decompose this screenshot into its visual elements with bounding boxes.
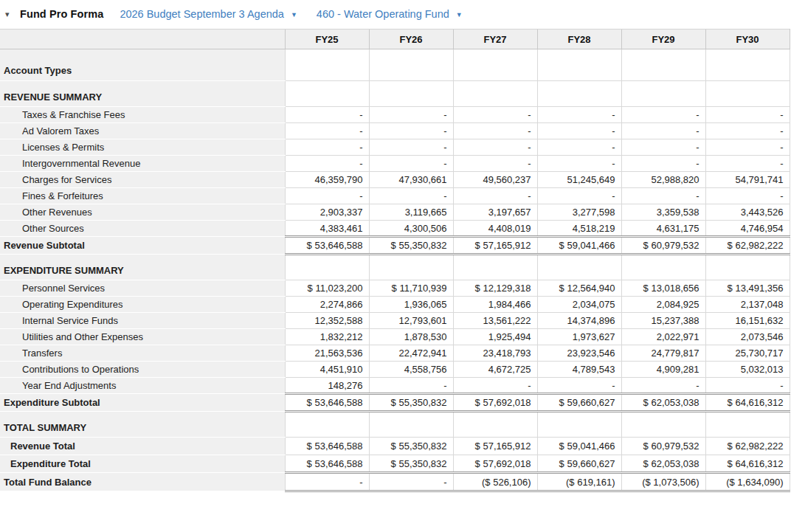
cell-fy30 <box>705 81 790 107</box>
fund-dropdown[interactable]: 460 - Water Operating Fund ▼ <box>317 8 463 20</box>
table-row: TOTAL SUMMARY <box>0 412 790 438</box>
chevron-down-icon: ▼ <box>291 10 297 18</box>
cell-fy25 <box>285 412 369 438</box>
cell-fy27: 23,418,793 <box>453 345 537 362</box>
cell-fy26: - <box>369 473 453 491</box>
cell-fy30: 2,137,048 <box>705 297 790 313</box>
row-label: Taxes & Franchise Fees <box>0 107 285 123</box>
cell-fy29: 4,909,281 <box>621 362 705 378</box>
cell-fy27: 13,561,222 <box>453 313 537 329</box>
cell-fy27 <box>453 255 537 280</box>
column-header-fy26: FY26 <box>369 30 453 49</box>
cell-fy30: $ 13,491,356 <box>705 280 790 297</box>
cell-fy26: $ 55,350,832 <box>369 455 453 473</box>
cell-fy26 <box>369 81 453 107</box>
cell-fy26: - <box>369 107 453 123</box>
pro-forma-table: FY25FY26FY27FY28FY29FY30 Account TypesRE… <box>0 29 790 492</box>
cell-fy29: 52,988,820 <box>621 172 705 188</box>
cell-fy30: 16,151,632 <box>705 313 790 329</box>
cell-fy29 <box>621 81 705 107</box>
row-label: Ad Valorem Taxes <box>0 123 285 139</box>
cell-fy30 <box>705 412 790 438</box>
cell-fy25: $ 53,646,588 <box>285 237 369 255</box>
cell-fy30: - <box>705 378 790 394</box>
cell-fy25: 1,832,212 <box>285 329 369 345</box>
cell-fy29: - <box>621 139 705 156</box>
row-label: Other Revenues <box>0 204 285 221</box>
cell-fy27: $ 57,692,018 <box>453 394 537 412</box>
cell-fy27: 1,984,466 <box>453 297 537 313</box>
cell-fy30: - <box>705 188 790 204</box>
cell-fy28 <box>537 255 621 280</box>
cell-fy25: - <box>285 107 369 123</box>
cell-fy25: - <box>285 156 369 172</box>
cell-fy28: - <box>537 156 621 172</box>
cell-fy26: 3,119,665 <box>369 204 453 221</box>
cell-fy25: 21,563,536 <box>285 345 369 362</box>
column-header-fy27: FY27 <box>453 30 537 49</box>
cell-fy26: - <box>369 188 453 204</box>
table-row: Utilities and Other Expenses1,832,2121,8… <box>0 329 790 345</box>
table-row: Account Types <box>0 49 790 81</box>
cell-fy28: - <box>537 188 621 204</box>
row-label: Licenses & Permits <box>0 139 285 156</box>
cell-fy29: $ 60,979,532 <box>621 237 705 255</box>
cell-fy27 <box>453 81 537 107</box>
cell-fy26: 1,878,530 <box>369 329 453 345</box>
table-row: EXPENDITURE SUMMARY <box>0 255 790 280</box>
cell-fy25: 2,274,866 <box>285 297 369 313</box>
row-label: Operating Expenditures <box>0 297 285 313</box>
table-row: Transfers21,563,53622,472,94123,418,7932… <box>0 345 790 362</box>
cell-fy29: - <box>621 123 705 139</box>
row-label: Transfers <box>0 345 285 362</box>
cell-fy26 <box>369 255 453 280</box>
cell-fy27 <box>453 412 537 438</box>
collapse-caret-icon[interactable]: ▾ <box>5 10 20 18</box>
cell-fy26: $ 55,350,832 <box>369 438 453 455</box>
row-label: Contributions to Operations <box>0 362 285 378</box>
table-row: Taxes & Franchise Fees------ <box>0 107 790 123</box>
cell-fy27: - <box>453 188 537 204</box>
cell-fy28: 4,789,543 <box>537 362 621 378</box>
budget-dropdown[interactable]: 2026 Budget September 3 Agenda ▼ <box>120 8 297 20</box>
cell-fy26 <box>369 412 453 438</box>
row-label: Internal Service Funds <box>0 313 285 329</box>
cell-fy27: $ 57,165,912 <box>453 237 537 255</box>
cell-fy27: 49,560,237 <box>453 172 537 188</box>
cell-fy30: 3,443,526 <box>705 204 790 221</box>
cell-fy25: 12,352,588 <box>285 313 369 329</box>
cell-fy28: 14,374,896 <box>537 313 621 329</box>
cell-fy30: $ 64,616,312 <box>705 394 790 412</box>
cell-fy28: 3,277,598 <box>537 204 621 221</box>
chevron-down-icon: ▼ <box>456 10 463 18</box>
cell-fy27: - <box>453 139 537 156</box>
cell-fy25: 4,383,461 <box>285 221 369 237</box>
cell-fy28: $ 12,564,940 <box>537 280 621 297</box>
cell-fy29: 24,779,817 <box>621 345 705 362</box>
row-label: Expenditure Subtotal <box>0 394 285 412</box>
table-row: Internal Service Funds12,352,58812,793,6… <box>0 313 790 329</box>
cell-fy28: - <box>537 107 621 123</box>
cell-fy30: - <box>705 123 790 139</box>
cell-fy29: - <box>621 378 705 394</box>
row-label: Revenue Subtotal <box>0 237 285 255</box>
cell-fy28 <box>537 412 621 438</box>
cell-fy26: - <box>369 156 453 172</box>
cell-fy30: 25,730,717 <box>705 345 790 362</box>
row-label: Account Types <box>0 49 285 81</box>
row-label: Utilities and Other Expenses <box>0 329 285 345</box>
fund-dropdown-label: 460 - Water Operating Fund <box>317 8 449 20</box>
cell-fy25 <box>285 255 369 280</box>
cell-fy25: 46,359,790 <box>285 172 369 188</box>
cell-fy25 <box>285 81 369 107</box>
cell-fy27: 4,408,019 <box>453 221 537 237</box>
table-row: Expenditure Total$ 53,646,588$ 55,350,83… <box>0 455 790 473</box>
top-bar: ▾ Fund Pro Forma 2026 Budget September 3… <box>0 0 791 28</box>
cell-fy29 <box>621 49 705 81</box>
cell-fy30: $ 62,982,222 <box>705 438 790 455</box>
row-label: TOTAL SUMMARY <box>0 412 285 438</box>
cell-fy27: 1,925,494 <box>453 329 537 345</box>
table-row: Licenses & Permits------ <box>0 139 790 156</box>
cell-fy27: $ 57,165,912 <box>453 438 537 455</box>
cell-fy27: - <box>453 378 537 394</box>
